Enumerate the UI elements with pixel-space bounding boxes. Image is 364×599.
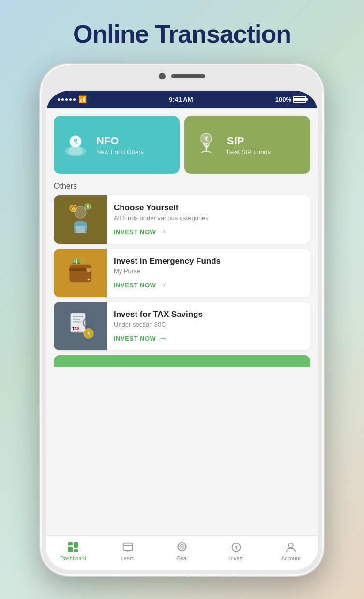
tax-savings-title: Invest for TAX Savings: [114, 310, 303, 319]
battery-percent: 100%: [275, 96, 291, 103]
svg-rect-11: [74, 232, 87, 233]
nav-item-goal[interactable]: Goal: [155, 541, 209, 561]
svg-text:TAX: TAX: [72, 326, 80, 331]
nfo-card[interactable]: ₹ NFO New Fund Offers: [54, 116, 180, 174]
status-time: 9:41 AM: [169, 96, 193, 103]
tax-savings-image: TAX RETURN ₹: [54, 302, 107, 350]
account-icon: [285, 541, 297, 553]
tax-savings-subtitle: Under section 80C: [114, 321, 303, 328]
dashboard-label: Dashboard: [60, 555, 86, 561]
svg-rect-10: [76, 226, 85, 232]
nav-item-learn[interactable]: Learn: [100, 541, 154, 561]
nav-item-invest[interactable]: ₹ Invest: [209, 541, 263, 561]
svg-point-36: [181, 546, 183, 548]
svg-rect-27: [68, 542, 73, 545]
choose-yourself-title: Choose Yourself: [114, 203, 303, 213]
invest-arrow-icon: →: [159, 227, 167, 236]
tax-savings-content: Invest for TAX Savings Under section 80C…: [107, 302, 310, 350]
nfo-card-text: NFO New Fund Offers: [96, 135, 144, 156]
emergency-funds-invest-button[interactable]: INVEST NOW →: [114, 281, 303, 289]
svg-text:✦: ✦: [87, 277, 91, 282]
svg-text:💡: 💡: [86, 205, 90, 209]
sip-card-text: SIP Best SIP Funds: [227, 135, 271, 156]
svg-rect-20: [73, 319, 80, 320]
dashboard-icon: [67, 541, 79, 553]
svg-text:⚙: ⚙: [72, 207, 75, 211]
product-cards-row: ₹ NFO New Fund Offers: [46, 108, 318, 174]
others-label: Others: [46, 174, 318, 195]
svg-rect-19: [73, 316, 83, 317]
front-camera: [159, 73, 166, 79]
invest-label: Invest: [229, 555, 243, 561]
status-left: 📶: [58, 95, 87, 103]
signal-dots: [58, 98, 76, 101]
svg-point-39: [288, 543, 293, 547]
tax-savings-invest-button[interactable]: INVEST NOW →: [114, 334, 303, 343]
svg-rect-28: [68, 547, 73, 552]
status-bar: 📶 9:41 AM 100%: [46, 91, 318, 108]
svg-rect-30: [74, 549, 78, 552]
wifi-icon: 📶: [78, 95, 87, 103]
choose-yourself-content: Choose Yourself All funds under various …: [107, 195, 310, 244]
svg-text:✦: ✦: [81, 256, 86, 263]
phone-speaker: [171, 74, 205, 78]
svg-text:₹: ₹: [87, 331, 90, 336]
list-item-emergency-funds[interactable]: 💵 ✦ ✦ Invest in Emergency Funds My Purse…: [54, 249, 310, 297]
svg-rect-31: [123, 543, 132, 550]
sip-card[interactable]: ₹ SIP Best S: [184, 116, 310, 174]
battery: 100%: [275, 96, 306, 103]
emergency-funds-content: Invest in Emergency Funds My Purse INVES…: [107, 249, 310, 297]
sip-subtitle: Best SIP Funds: [227, 148, 271, 156]
svg-text:₹: ₹: [235, 545, 238, 550]
phone-screen: 📶 9:41 AM 100%: [46, 91, 318, 570]
nfo-card-icon: ₹: [61, 131, 90, 159]
goal-icon: [176, 541, 188, 553]
learn-icon: [121, 541, 134, 553]
nfo-title: NFO: [96, 135, 144, 147]
choose-yourself-subtitle: All funds under various categories: [114, 214, 303, 221]
svg-point-14: [86, 268, 91, 272]
battery-icon: [293, 96, 306, 103]
svg-text:💵: 💵: [72, 257, 81, 266]
sip-title: SIP: [227, 135, 271, 147]
svg-rect-33: [125, 552, 130, 552]
invest-arrow-icon: →: [159, 334, 167, 343]
svg-rect-21: [73, 321, 81, 323]
nfo-subtitle: New Fund Offers: [96, 148, 144, 156]
invest-icon: ₹: [230, 541, 243, 553]
svg-rect-29: [74, 542, 78, 547]
sip-card-icon: ₹: [192, 131, 220, 159]
learn-label: Learn: [121, 555, 135, 561]
phone-frame: 📶 9:41 AM 100%: [39, 63, 325, 577]
choose-yourself-image: ⚙ 💡: [54, 195, 107, 244]
goal-label: Goal: [176, 555, 187, 561]
emergency-funds-image: 💵 ✦ ✦: [54, 249, 107, 297]
emergency-funds-subtitle: My Purse: [114, 268, 303, 275]
list-item-choose-yourself[interactable]: ⚙ 💡 Choose Yourself: [54, 195, 310, 244]
page-title: Online Transaction: [0, 0, 364, 48]
partial-card: [54, 355, 310, 367]
emergency-funds-title: Invest in Emergency Funds: [114, 256, 303, 266]
bottom-navigation: Dashboard Learn: [46, 535, 318, 570]
svg-text:₹: ₹: [204, 136, 208, 142]
list-item-tax-savings[interactable]: TAX RETURN ₹ Invest for TAX: [54, 302, 310, 350]
nav-item-dashboard[interactable]: Dashboard: [46, 541, 100, 561]
investment-list: ⚙ 💡 Choose Yourself: [46, 195, 318, 350]
choose-yourself-invest-button[interactable]: INVEST NOW →: [114, 227, 303, 236]
account-label: Account: [281, 555, 301, 561]
phone-notch: [159, 73, 205, 79]
nav-item-account[interactable]: Account: [264, 541, 318, 561]
screen-content: ₹ NFO New Fund Offers: [46, 108, 318, 570]
invest-arrow-icon: →: [159, 281, 167, 289]
